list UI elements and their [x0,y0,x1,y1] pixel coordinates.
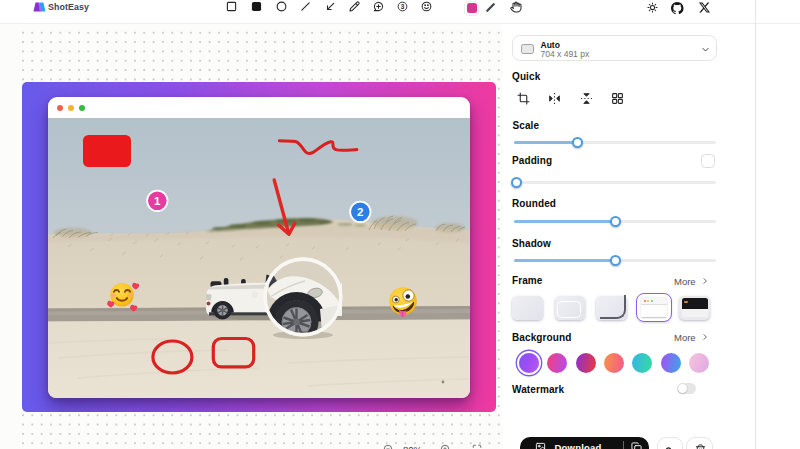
svg-text:1: 1 [154,195,161,207]
svg-text:2: 2 [357,206,363,218]
svg-text:3: 3 [400,3,404,10]
